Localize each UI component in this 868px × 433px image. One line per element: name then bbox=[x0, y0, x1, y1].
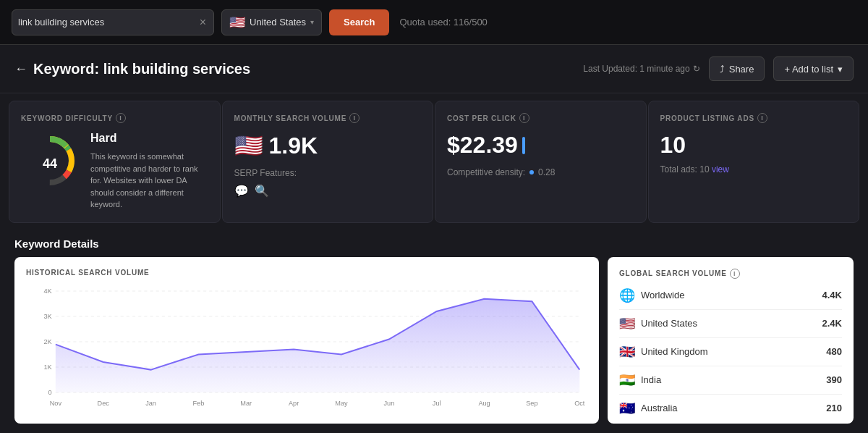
serp-chat-icon: 💬 bbox=[234, 184, 249, 198]
chart-area: 4K 3K 2K 1K 0 bbox=[26, 284, 587, 411]
serp-icons: 💬 🔍 bbox=[234, 184, 422, 198]
cpc-bar-icon bbox=[522, 137, 525, 154]
global-row-value: 2.4K bbox=[822, 318, 842, 329]
svg-text:Feb: Feb bbox=[193, 400, 205, 407]
density-dot-icon bbox=[529, 170, 534, 175]
global-info-icon[interactable]: i bbox=[730, 269, 740, 279]
quota-text: Quota used: 116/500 bbox=[399, 17, 487, 28]
serp-label: SERP Features: bbox=[234, 168, 422, 178]
global-volume-row[interactable]: 🇦🇺 Australia 210 bbox=[619, 395, 842, 422]
global-rows: 🌐 Worldwide 4.4K 🇺🇸 United States 2.4K 🇬… bbox=[619, 282, 842, 422]
keyword-search-input[interactable] bbox=[18, 17, 198, 28]
historical-chart-card: HISTORICAL SEARCH VOLUME 4K 3K 2K 1K 0 bbox=[14, 257, 599, 424]
global-row-value: 390 bbox=[826, 374, 842, 385]
ads-label: PRODUCT LISTING ADS i bbox=[660, 113, 848, 123]
volume-number: 🇺🇸 1.9K bbox=[234, 132, 422, 159]
global-row-flag: 🇺🇸 bbox=[619, 316, 635, 332]
volume-flag: 🇺🇸 bbox=[234, 132, 263, 159]
svg-text:Jan: Jan bbox=[145, 400, 156, 407]
global-row-value: 210 bbox=[826, 403, 842, 413]
page-header: ← Keyword: link building services Last U… bbox=[0, 45, 868, 93]
clear-search-button[interactable]: × bbox=[198, 17, 208, 28]
global-row-value: 4.4K bbox=[822, 290, 842, 300]
global-row-value: 480 bbox=[826, 346, 842, 357]
volume-info-icon[interactable]: i bbox=[349, 113, 359, 123]
svg-text:0: 0 bbox=[48, 389, 52, 396]
chart-svg: 4K 3K 2K 1K 0 bbox=[26, 284, 587, 411]
country-selector[interactable]: 🇺🇸 United States ▾ bbox=[221, 9, 322, 35]
global-row-country: Worldwide bbox=[641, 290, 822, 300]
keyword-details-section: Keyword Details HISTORICAL SEARCH VOLUME… bbox=[0, 230, 868, 429]
global-volume-row[interactable]: 🇬🇧 United Kingdom 480 bbox=[619, 338, 842, 366]
total-ads-text: Total ads: 10 view bbox=[660, 164, 848, 175]
global-volume-card: GLOBAL SEARCH VOLUME i 🌐 Worldwide 4.4K … bbox=[608, 257, 854, 424]
svg-text:Nov: Nov bbox=[50, 400, 62, 407]
chart-title: HISTORICAL SEARCH VOLUME bbox=[26, 269, 587, 277]
last-updated-text: Last Updated: 1 minute ago ↻ bbox=[583, 64, 699, 74]
svg-text:Mar: Mar bbox=[240, 400, 252, 407]
search-input-wrap: × bbox=[12, 9, 214, 35]
difficulty-label: KEYWORD DIFFICULTY i bbox=[21, 113, 208, 123]
svg-text:May: May bbox=[335, 400, 348, 407]
chevron-down-icon: ▾ bbox=[838, 64, 843, 75]
svg-marker-16 bbox=[56, 298, 579, 392]
difficulty-level: Hard bbox=[90, 132, 208, 145]
global-row-flag: 🇦🇺 bbox=[619, 400, 635, 416]
global-volume-row[interactable]: 🇺🇸 United States 2.4K bbox=[619, 310, 842, 338]
add-to-list-button[interactable]: + Add to list ▾ bbox=[773, 56, 854, 81]
metrics-row: KEYWORD DIFFICULTY i 44 bbox=[0, 93, 868, 230]
chevron-down-icon: ▾ bbox=[310, 18, 314, 26]
cpc-label: COST PER CLICK i bbox=[447, 113, 634, 123]
global-row-flag: 🇬🇧 bbox=[619, 344, 635, 360]
ads-card: PRODUCT LISTING ADS i 10 Total ads: 10 v… bbox=[648, 101, 860, 223]
cpc-info-icon[interactable]: i bbox=[519, 113, 529, 123]
difficulty-description: This keyword is somewhat competitive and… bbox=[90, 151, 208, 211]
global-row-country: Australia bbox=[641, 403, 826, 413]
back-button[interactable]: ← bbox=[14, 62, 27, 77]
search-button[interactable]: Search bbox=[329, 9, 389, 35]
svg-text:Sep: Sep bbox=[526, 400, 537, 407]
svg-text:Aug: Aug bbox=[478, 400, 490, 407]
svg-text:3K: 3K bbox=[44, 313, 52, 320]
svg-text:2K: 2K bbox=[44, 338, 52, 345]
topbar: × 🇺🇸 United States ▾ Search Quota used: … bbox=[0, 0, 868, 45]
global-row-flag: 🌐 bbox=[619, 287, 635, 303]
difficulty-score: 44 bbox=[43, 156, 57, 172]
volume-card: MONTHLY SEARCH VOLUME i 🇺🇸 1.9K SERP Fea… bbox=[222, 101, 434, 223]
difficulty-info-icon[interactable]: i bbox=[116, 113, 126, 123]
global-row-flag: 🇮🇳 bbox=[619, 372, 635, 388]
country-name: United States bbox=[250, 17, 306, 28]
svg-text:1K: 1K bbox=[44, 363, 52, 371]
svg-text:Apr: Apr bbox=[289, 400, 299, 407]
competitive-density: Competitive density: 0.28 bbox=[447, 167, 634, 177]
country-flag: 🇺🇸 bbox=[229, 14, 245, 30]
volume-label: MONTHLY SEARCH VOLUME i bbox=[234, 113, 422, 123]
global-row-country: United Kingdom bbox=[641, 346, 826, 357]
cpc-number: $22.39 bbox=[447, 132, 634, 159]
cpc-card: COST PER CLICK i $22.39 Competitive dens… bbox=[435, 101, 647, 223]
svg-text:4K: 4K bbox=[44, 287, 52, 295]
header-actions: Last Updated: 1 minute ago ↻ ⤴ Share + A… bbox=[583, 56, 854, 81]
svg-text:Dec: Dec bbox=[98, 400, 110, 407]
svg-text:Jul: Jul bbox=[433, 400, 441, 407]
difficulty-gauge: 44 bbox=[21, 132, 79, 190]
details-grid: HISTORICAL SEARCH VOLUME 4K 3K 2K 1K 0 bbox=[14, 257, 854, 424]
global-row-country: India bbox=[641, 374, 826, 385]
svg-text:Oct: Oct bbox=[574, 400, 585, 407]
share-button[interactable]: ⤴ Share bbox=[709, 56, 765, 81]
global-volume-row[interactable]: 🌐 Worldwide 4.4K bbox=[619, 282, 842, 310]
refresh-icon[interactable]: ↻ bbox=[693, 64, 700, 74]
ads-info-icon[interactable]: i bbox=[757, 113, 767, 123]
difficulty-card: KEYWORD DIFFICULTY i 44 bbox=[9, 101, 221, 223]
global-volume-title: GLOBAL SEARCH VOLUME i bbox=[619, 269, 842, 279]
svg-text:Jun: Jun bbox=[383, 400, 394, 407]
share-icon: ⤴ bbox=[720, 64, 725, 75]
global-volume-row[interactable]: 🇮🇳 India 390 bbox=[619, 366, 842, 395]
page-title: Keyword: link building services bbox=[33, 61, 250, 77]
view-ads-link[interactable]: view bbox=[712, 164, 729, 175]
section-title: Keyword Details bbox=[14, 237, 854, 250]
global-row-country: United States bbox=[641, 318, 822, 329]
serp-search-icon: 🔍 bbox=[255, 184, 269, 198]
ads-number: 10 bbox=[660, 132, 848, 159]
